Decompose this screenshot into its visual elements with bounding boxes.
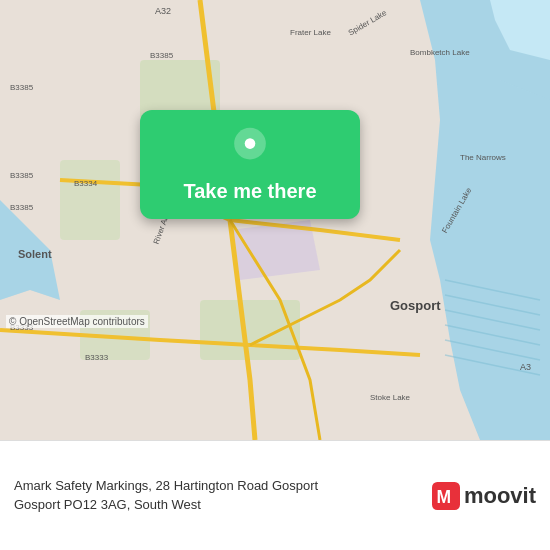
svg-text:B3385: B3385 (150, 51, 174, 60)
svg-text:B3385: B3385 (10, 83, 34, 92)
address-line: Amark Safety Markings, 28 Hartington Roa… (14, 478, 318, 511)
location-pin-icon (228, 126, 272, 170)
address-text: Amark Safety Markings, 28 Hartington Roa… (14, 477, 420, 513)
moovit-logo: M moovit (432, 482, 536, 510)
svg-text:B3385: B3385 (10, 203, 34, 212)
svg-text:Stoke Lake: Stoke Lake (370, 393, 411, 402)
svg-text:B3333: B3333 (85, 353, 109, 362)
copyright-text: © OpenStreetMap contributors (6, 315, 148, 328)
moovit-brand-text: moovit (464, 483, 536, 509)
svg-rect-3 (200, 300, 300, 360)
map-container: A32 B3385 B3385 B3333 B3333 B3334 B3385 … (0, 0, 550, 440)
svg-text:A32: A32 (155, 6, 171, 16)
svg-point-31 (245, 138, 256, 149)
svg-text:The Narrows: The Narrows (460, 153, 506, 162)
take-me-there-button[interactable]: Take me there (140, 110, 360, 219)
svg-text:B3334: B3334 (74, 179, 98, 188)
svg-text:M: M (436, 487, 451, 507)
svg-text:Solent: Solent (18, 248, 52, 260)
svg-text:Gosport: Gosport (390, 298, 441, 313)
moovit-brand-icon: M (432, 482, 460, 510)
map-svg: A32 B3385 B3385 B3333 B3333 B3334 B3385 … (0, 0, 550, 440)
svg-text:B3385: B3385 (10, 171, 34, 180)
address-info: Amark Safety Markings, 28 Hartington Roa… (14, 477, 420, 513)
info-bar: Amark Safety Markings, 28 Hartington Roa… (0, 440, 550, 550)
popup-label-text: Take me there (183, 180, 316, 203)
svg-text:Frater Lake: Frater Lake (290, 28, 331, 37)
svg-text:Bombketch Lake: Bombketch Lake (410, 48, 470, 57)
svg-rect-2 (60, 160, 120, 240)
